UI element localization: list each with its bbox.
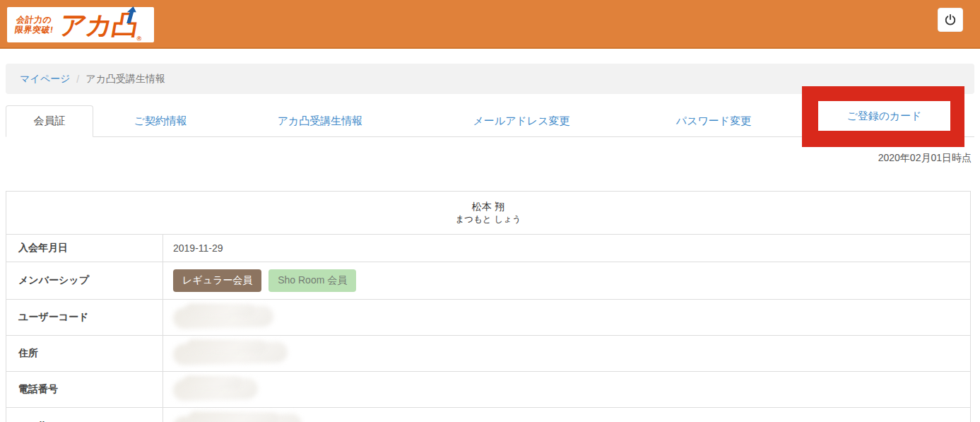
highlighted-tab-label: ご登録のカード: [846, 110, 921, 123]
redacted-value: [173, 415, 302, 422]
tab-membership-card[interactable]: 会員証: [6, 105, 93, 137]
row-value-email: [163, 408, 971, 422]
logo-tagline-line2: 限界突破!: [14, 25, 54, 35]
redacted-value: [173, 379, 258, 400]
row-value-address: [163, 336, 971, 372]
breadcrumb-mypage-link[interactable]: マイページ: [20, 73, 70, 86]
tab-password-change[interactable]: パスワード変更: [630, 105, 797, 136]
registered-trademark: ®: [136, 36, 141, 42]
power-icon: [944, 13, 957, 26]
as-of-date: 2020年02月01日時点: [6, 152, 974, 164]
tab-contract-info[interactable]: ご契約情報: [93, 105, 228, 136]
highlight-annotation-box: ご登録のカード: [802, 86, 964, 147]
badge-sho-room-member: Sho Room 会員: [268, 269, 356, 292]
row-label-email: Email: [6, 408, 163, 422]
table-row-user-code: ユーザーコード: [6, 300, 971, 336]
redacted-value: [173, 343, 288, 364]
row-label-join-date: 入会年月日: [6, 235, 163, 262]
logo-tagline-line1: 会計力の: [16, 15, 52, 25]
logo[interactable]: 会計力の 限界突破! アカ凸 ®: [7, 7, 154, 42]
table-row-membership: メンバーシップ レギュラー会員 Sho Room 会員: [6, 262, 971, 300]
member-info-table: 松本 翔 まつもと しょう 入会年月日 2019-11-29 メンバーシップ レ…: [6, 191, 971, 422]
row-value-join-date: 2019-11-29: [163, 235, 971, 262]
logo-tagline: 会計力の 限界突破!: [14, 15, 55, 35]
tab-registered-card-highlighted[interactable]: ご登録のカード: [818, 101, 950, 131]
logo-brand: アカ凸 ®: [57, 12, 139, 38]
row-label-membership: メンバーシップ: [6, 262, 163, 300]
table-row-phone: 電話番号: [6, 372, 971, 408]
logout-button[interactable]: [938, 8, 963, 32]
member-name-cell: 松本 翔 まつもと しょう: [6, 192, 971, 235]
tab-email-change[interactable]: メールアドレス変更: [413, 105, 630, 136]
member-name: 松本 翔: [12, 199, 964, 213]
member-name-kana: まつもと しょう: [12, 213, 964, 226]
row-label-phone: 電話番号: [6, 372, 163, 408]
row-value-user-code: [163, 300, 971, 336]
breadcrumb-current: アカ凸受講生情報: [85, 73, 165, 86]
table-row-join-date: 入会年月日 2019-11-29: [6, 235, 971, 262]
row-value-membership: レギュラー会員 Sho Room 会員: [163, 262, 971, 300]
breadcrumb-separator: /: [70, 74, 85, 85]
tab-student-info[interactable]: アカ凸受講生情報: [228, 105, 413, 136]
table-row-name: 松本 翔 まつもと しょう: [6, 192, 971, 235]
app-header: 会計力の 限界突破! アカ凸 ®: [0, 0, 980, 49]
badge-regular-member: レギュラー会員: [173, 269, 261, 292]
logo-up-arrow-icon: [124, 6, 138, 23]
table-row-email: Email: [6, 408, 971, 422]
row-value-phone: [163, 372, 971, 408]
row-label-user-code: ユーザーコード: [6, 300, 163, 336]
redacted-value: [173, 307, 273, 328]
table-row-address: 住所: [6, 336, 971, 372]
row-label-address: 住所: [6, 336, 163, 372]
